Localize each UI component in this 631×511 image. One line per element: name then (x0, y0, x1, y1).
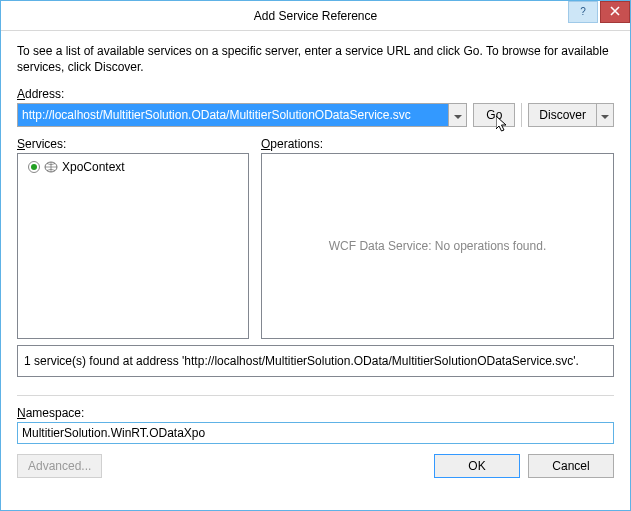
address-dropdown[interactable] (448, 104, 466, 126)
separator (521, 103, 522, 127)
operations-label: Operations: (261, 137, 614, 151)
namespace-input[interactable] (17, 422, 614, 444)
address-row: Go Discover (17, 103, 614, 127)
status-text: 1 service(s) found at address 'http://lo… (24, 354, 579, 368)
footer-row: Advanced... OK Cancel (17, 454, 614, 478)
instructions-text: To see a list of available services on a… (17, 43, 614, 75)
close-button[interactable] (600, 1, 630, 23)
services-pane[interactable]: XpoContext (17, 153, 249, 339)
discover-dropdown[interactable] (596, 103, 614, 127)
help-icon: ? (578, 5, 588, 19)
service-name: XpoContext (62, 160, 125, 174)
close-icon (610, 5, 620, 19)
panes-row: Services: XpoContext Operations: WCF Dat… (17, 137, 614, 339)
help-button[interactable]: ? (568, 1, 598, 23)
ok-button[interactable]: OK (434, 454, 520, 478)
chevron-down-icon (601, 108, 609, 122)
discover-button[interactable]: Discover (528, 103, 596, 127)
chevron-down-icon (454, 108, 462, 122)
window-title: Add Service Reference (254, 9, 377, 23)
divider (17, 395, 614, 396)
operations-empty-text: WCF Data Service: No operations found. (266, 158, 609, 334)
services-column: Services: XpoContext (17, 137, 249, 339)
cancel-button[interactable]: Cancel (528, 454, 614, 478)
go-button[interactable]: Go (473, 103, 515, 127)
namespace-label: Namespace: (17, 406, 614, 420)
address-input[interactable] (18, 104, 448, 126)
advanced-button[interactable]: Advanced... (17, 454, 102, 478)
titlebar-controls: ? (568, 1, 630, 23)
svg-text:?: ? (580, 6, 586, 16)
operations-column: Operations: WCF Data Service: No operati… (261, 137, 614, 339)
globe-icon (44, 161, 58, 173)
titlebar: Add Service Reference ? (1, 1, 630, 31)
dialog-content: To see a list of available services on a… (1, 31, 630, 510)
radio-icon (28, 161, 40, 173)
address-label: Address: (17, 87, 614, 101)
discover-group: Discover (528, 103, 614, 127)
operations-pane[interactable]: WCF Data Service: No operations found. (261, 153, 614, 339)
status-box: 1 service(s) found at address 'http://lo… (17, 345, 614, 377)
service-item[interactable]: XpoContext (22, 158, 244, 176)
services-label: Services: (17, 137, 249, 151)
dialog-window: Add Service Reference ? To see a list of… (0, 0, 631, 511)
address-combo (17, 103, 467, 127)
